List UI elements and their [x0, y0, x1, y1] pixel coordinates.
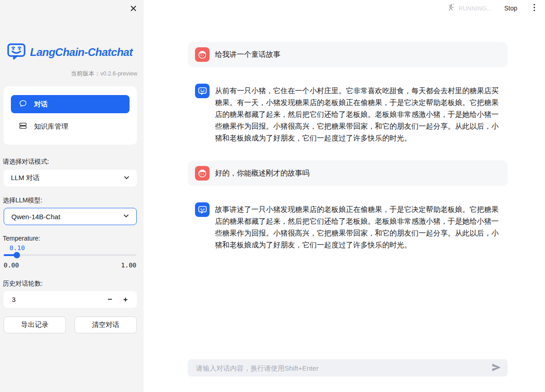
temperature-value: 0.10 — [10, 244, 25, 251]
temperature-slider-thumb[interactable] — [14, 252, 20, 258]
sidebar-item-label: 知识库管理 — [34, 122, 68, 131]
version-value: v0.2.6-preview — [100, 70, 137, 77]
assistant-avatar — [195, 84, 210, 98]
message-text: 给我讲一个童话故事 — [215, 47, 280, 62]
chevron-down-icon — [123, 174, 130, 183]
user-face-icon — [197, 50, 207, 60]
chevron-down-icon — [122, 212, 130, 221]
chat-bubble-smiley-icon — [198, 86, 207, 96]
chat-bubble-icon — [19, 99, 27, 109]
history-rounds-label: 历史对话轮数: — [3, 280, 43, 288]
sidebar: LangChain-Chatchat 当前版本：v0.2.6-preview 对… — [0, 0, 144, 392]
temperature-slider[interactable] — [4, 253, 136, 257]
sidebar-menu: 对话 知识库管理 — [4, 86, 137, 145]
chat-input[interactable] — [195, 364, 489, 372]
message-text: 好的，你能概述刚才的故事吗 — [215, 166, 310, 181]
close-sidebar-button[interactable] — [128, 4, 139, 15]
app-logo: LangChain-Chatchat — [7, 43, 133, 62]
slider-range-labels: 0.00 1.00 — [4, 261, 136, 269]
chat-message-list: 给我讲一个童话故事 从前有一只小猪，它住在一个小村庄里。它非常喜欢吃甜食，每天都… — [188, 42, 508, 256]
version-info: 当前版本：v0.2.6-preview — [71, 70, 137, 78]
llm-model-select[interactable]: Qwen-14B-Chat — [4, 208, 137, 225]
export-history-button[interactable]: 导出记录 — [4, 317, 66, 333]
decrement-button[interactable]: − — [102, 291, 118, 308]
llm-model-label: 选择LLM模型: — [3, 196, 42, 205]
sidebar-actions: 导出记录 清空对话 — [4, 317, 137, 333]
running-status: RUNNING... — [446, 3, 492, 14]
running-man-icon — [446, 3, 455, 14]
stop-button[interactable]: Stop — [504, 5, 517, 12]
user-avatar — [195, 47, 210, 62]
main-menu-button[interactable] — [530, 2, 539, 14]
user-face-icon — [197, 168, 207, 178]
history-rounds-input[interactable] — [11, 295, 79, 304]
dialog-mode-select[interactable]: LLM 对话 — [4, 170, 137, 186]
slider-max-label: 1.00 — [121, 261, 136, 269]
send-button[interactable] — [489, 361, 504, 375]
temperature-label: Temperature: — [3, 235, 40, 242]
chat-bubble-smiley-icon — [198, 205, 207, 215]
sidebar-item-label: 对话 — [34, 100, 48, 109]
dialog-mode-value: LLM 对话 — [11, 174, 40, 182]
chat-bubble-smiley-logo-icon — [7, 43, 26, 62]
sidebar-item-knowledge-base[interactable]: 知识库管理 — [11, 117, 130, 136]
close-icon — [129, 4, 138, 14]
send-icon — [491, 362, 501, 374]
message-text: 故事讲述了一只小猪发现糖果店的老板娘正在偷糖果，于是它决定帮助老板娘。它把糖果店… — [215, 202, 500, 251]
slider-min-label: 0.00 — [4, 261, 19, 269]
kebab-menu-icon — [530, 3, 538, 13]
dialog-mode-label: 请选择对话模式: — [3, 158, 49, 166]
history-rounds-stepper: − + — [4, 291, 137, 308]
chat-message: 好的，你能概述刚才的故事吗 — [188, 161, 508, 186]
version-label: 当前版本： — [71, 70, 100, 77]
chat-message: 故事讲述了一只小猪发现糖果店的老板娘正在偷糖果，于是它决定帮助老板娘。它把糖果店… — [188, 197, 508, 256]
clear-dialog-button[interactable]: 清空对话 — [75, 317, 137, 333]
status-text: RUNNING... — [459, 5, 492, 12]
message-text: 从前有一只小猪，它住在一个小村庄里。它非常喜欢吃甜食，每天都会去村里的糖果店买糖… — [215, 84, 500, 144]
sidebar-item-dialog[interactable]: 对话 — [11, 95, 130, 113]
slider-track[interactable] — [4, 254, 136, 256]
database-icon — [19, 121, 27, 131]
app-header: RUNNING... Stop — [144, 0, 545, 16]
chat-message: 给我讲一个童话故事 — [188, 42, 508, 67]
chat-message: 从前有一只小猪，它住在一个小村庄里。它非常喜欢吃甜食，每天都会去村里的糖果店买糖… — [188, 78, 508, 150]
llm-model-value: Qwen-14B-Chat — [11, 213, 60, 221]
assistant-avatar — [195, 202, 210, 217]
chat-input-container — [188, 359, 508, 377]
increment-button[interactable]: + — [118, 291, 133, 308]
user-avatar — [195, 166, 210, 181]
app-title: LangChain-Chatchat — [30, 46, 133, 59]
